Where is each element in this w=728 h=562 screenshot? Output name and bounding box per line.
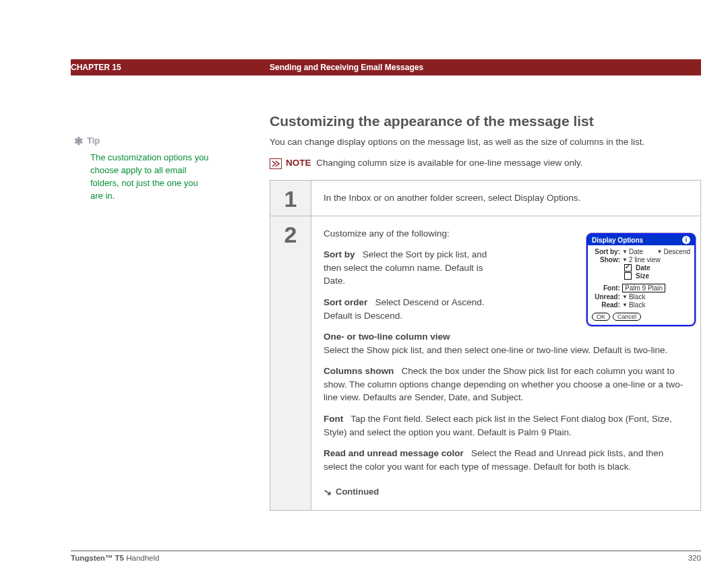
device-body: Sort by: ▼Date ▼Descend Show: ▼2 line vi… xyxy=(588,245,694,325)
display-options-screenshot: Display Options i Sort by: ▼Date ▼Descen… xyxy=(586,233,696,326)
step-body: In the Inbox or on another folder screen… xyxy=(311,181,700,216)
steps-box: 1 In the Inbox or on another folder scre… xyxy=(270,180,701,510)
tip-label: Tip xyxy=(87,135,100,148)
step-number: 2 xyxy=(270,216,311,510)
continued-arrow-icon: ↘ xyxy=(322,485,332,499)
device-read-picklist[interactable]: ▼Black xyxy=(622,301,645,309)
device-opt-size: Size xyxy=(636,272,649,280)
font-text: Tap the Font field. Select each pick lis… xyxy=(324,414,672,437)
dropdown-icon: ▼ xyxy=(622,294,628,300)
columnsshown-paragraph: Columns shown Check the box under the Sh… xyxy=(324,365,688,404)
asterisk-icon: ✱ xyxy=(74,133,83,149)
device-show-row: Show: ▼2 line view xyxy=(592,256,690,263)
dropdown-icon: ▼ xyxy=(622,257,628,263)
device-size-checkbox-row[interactable]: Size xyxy=(592,272,690,280)
device-titlebar: Display Options i xyxy=(588,235,694,245)
checkbox-checked-icon xyxy=(624,264,632,272)
step-number: 1 xyxy=(270,181,311,216)
header-bar: CHAPTER 15 Sending and Receiving Email M… xyxy=(71,59,701,75)
device-unread-label: Unread: xyxy=(592,293,620,301)
info-icon: i xyxy=(682,236,690,244)
step-1: 1 In the Inbox or on another folder scre… xyxy=(270,181,700,216)
product-name: Tungsten™ T5 Handheld xyxy=(71,554,159,562)
device-unread-row: Unread: ▼Black xyxy=(592,293,690,301)
sortby-label: Sort by xyxy=(324,249,355,259)
note-text: Changing column size is available for on… xyxy=(316,158,582,168)
columnview-paragraph: One- or two-line column view Select the … xyxy=(324,330,688,356)
sortorder-label: Sort order xyxy=(324,297,367,307)
font-paragraph: Font Tap the Font field. Select each pic… xyxy=(324,412,688,439)
dropdown-icon: ▼ xyxy=(622,249,628,255)
device-unread-picklist[interactable]: ▼Black xyxy=(622,293,645,301)
device-sortby-row: Sort by: ▼Date ▼Descend xyxy=(592,248,690,255)
note-label: NOTE xyxy=(286,158,311,168)
tip-text: The customization options you choose app… xyxy=(74,152,209,202)
continued-label: Continued xyxy=(336,486,379,499)
section-intro: You can change display options on the me… xyxy=(270,136,701,148)
device-font-field[interactable]: Palm 9 Plain xyxy=(622,284,665,292)
section-title: Customizing the appearance of the messag… xyxy=(270,113,701,129)
device-font-label: Font: xyxy=(592,284,620,292)
cancel-button[interactable]: Cancel xyxy=(613,313,641,321)
device-font-row: Font: Palm 9 Plain xyxy=(592,284,690,292)
dropdown-icon: ▼ xyxy=(657,249,663,255)
columnsshown-label: Columns shown xyxy=(324,366,394,376)
readcolor-paragraph: Read and unread message color Select the… xyxy=(324,447,688,473)
note-icon xyxy=(270,158,282,169)
device-buttons: OK Cancel xyxy=(592,313,690,321)
continued-row: ↘ Continued xyxy=(324,485,688,499)
columnview-text: Select the Show pick list, and then sele… xyxy=(324,345,667,355)
readcolor-label: Read and unread message color xyxy=(324,448,464,458)
device-sortby-picklist[interactable]: ▼Date xyxy=(622,248,643,255)
sortby-paragraph: Sort by Select the Sort by pick list, an… xyxy=(324,248,506,288)
font-label: Font xyxy=(324,414,343,424)
device-sortby-label: Sort by: xyxy=(592,248,620,255)
device-sortorder-picklist[interactable]: ▼Descend xyxy=(657,248,690,255)
columnview-label: One- or two-line column view xyxy=(324,332,450,342)
checkbox-unchecked-icon xyxy=(624,272,632,280)
device-show-label: Show: xyxy=(592,256,620,263)
dropdown-icon: ▼ xyxy=(622,302,628,308)
device-read-label: Read: xyxy=(592,301,620,309)
note-row: NOTE Changing column size is available f… xyxy=(270,158,701,169)
step-1-text: In the Inbox or on another folder screen… xyxy=(324,191,688,205)
chapter-title: Sending and Receiving Email Messages xyxy=(270,63,701,72)
device-read-row: Read: ▼Black xyxy=(592,301,690,309)
chapter-label: CHAPTER 15 xyxy=(71,63,270,72)
device-date-checkbox-row[interactable]: Date xyxy=(592,264,690,272)
product-rest: Handheld xyxy=(124,554,159,562)
page-number: 320 xyxy=(688,554,701,562)
device-opt-date: Date xyxy=(636,264,650,272)
tip-block: ✱ Tip The customization options you choo… xyxy=(74,133,209,203)
device-title: Display Options xyxy=(592,237,643,244)
product-bold: Tungsten™ T5 xyxy=(71,554,124,562)
tip-header: ✱ Tip xyxy=(74,133,209,149)
sortorder-paragraph: Sort order Select Descend or Ascend. Def… xyxy=(324,296,506,322)
ok-button[interactable]: OK xyxy=(592,313,610,321)
footer: Tungsten™ T5 Handheld 320 xyxy=(71,551,701,562)
